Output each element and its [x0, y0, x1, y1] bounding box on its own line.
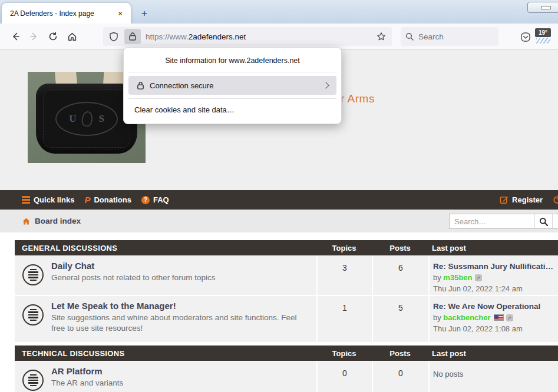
forum-row: Daily Chat General posts not related to … — [15, 256, 558, 295]
forum-icon — [22, 304, 44, 325]
url-domain: 2adefenders.net — [189, 32, 246, 41]
pocket-extension-button[interactable] — [518, 29, 533, 45]
popup-title: Site information for www.2adefenders.net — [124, 48, 341, 72]
divider — [128, 72, 336, 72]
tab-close-icon[interactable]: × — [113, 6, 127, 21]
lock-icon — [128, 32, 137, 41]
us-flag-icon — [494, 314, 504, 321]
power-icon — [553, 195, 558, 204]
site-slogan-partial: r Arms — [341, 92, 375, 105]
back-arrow-icon — [11, 32, 20, 41]
forum-list: GENERAL DISCUSSIONS Topics Posts Last po… — [15, 240, 558, 392]
nav-quick-links[interactable]: Quick links — [22, 195, 74, 204]
topics-count: 0 — [316, 361, 372, 392]
browser-toolbar: https://www.2adefenders.net 19° — [0, 24, 558, 50]
pocket-icon — [520, 32, 531, 42]
new-tab-button[interactable]: + — [137, 6, 152, 21]
last-post-cell: Re: We Are Now Operational by backbenche… — [428, 296, 558, 342]
bookmark-star-button[interactable] — [373, 29, 389, 44]
tab-title: 2A Defenders - Index page — [2, 9, 113, 18]
logo-letter-s: S — [98, 113, 104, 125]
back-button[interactable] — [6, 27, 25, 46]
connection-secure-row[interactable]: Connection secure — [128, 76, 336, 95]
forum-row: Let Me Speak to the Manager! Site sugges… — [15, 296, 558, 342]
tracking-protection-button[interactable] — [105, 29, 122, 44]
window-minimize-button[interactable] — [527, 2, 558, 13]
register-icon — [500, 195, 509, 204]
reload-button[interactable] — [44, 27, 62, 46]
forum-navbar: Quick links P Donations ? FAQ Register L… — [0, 190, 558, 210]
goto-last-post-icon[interactable]: ↗ — [506, 314, 513, 321]
section-header: TECHNICAL DISCUSSIONS Topics Posts Last … — [15, 346, 558, 361]
last-post-link[interactable]: Re: We Are Now Operational — [433, 301, 553, 312]
url-text[interactable]: https://www.2adefenders.net — [146, 32, 373, 41]
logo-eagle-emblem — [81, 110, 94, 127]
logo-letter-u: U — [69, 113, 76, 125]
site-identity-lock-button[interactable] — [124, 29, 141, 44]
clear-cookies-button[interactable]: Clear cookies and site data… — [124, 99, 341, 114]
nav-login[interactable]: Lo — [553, 195, 558, 204]
board-search-button[interactable] — [534, 214, 552, 228]
register-label: Register — [512, 195, 543, 204]
author-link[interactable]: m35ben — [443, 273, 472, 282]
by-label: by — [433, 313, 441, 322]
last-post-byline: by m35ben↗ — [433, 272, 553, 283]
last-post-date: Thu Jun 02, 2022 1:08 am — [433, 323, 553, 334]
forum-link[interactable]: Daily Chat — [51, 261, 215, 271]
section-header: GENERAL DISCUSSIONS Topics Posts Last po… — [15, 240, 558, 255]
forum-description: The AR and variants — [51, 378, 123, 388]
last-post-cell: Re: Sussmann Jury Nullificati… by m35ben… — [428, 256, 558, 295]
forum-name-cell: Daily Chat General posts not related to … — [15, 256, 316, 295]
site-information-popup: Site information for www.2adefenders.net… — [123, 47, 342, 124]
nav-faq[interactable]: ? FAQ — [141, 195, 169, 204]
browser-tab[interactable]: 2A Defenders - Index page × — [2, 3, 131, 24]
last-post-link[interactable]: Re: Sussmann Jury Nullificati… — [433, 261, 553, 272]
search-input[interactable] — [418, 32, 483, 41]
author-link[interactable]: backbencher — [443, 313, 490, 322]
search-icon — [401, 32, 418, 41]
question-icon: ? — [141, 196, 150, 204]
star-icon — [377, 32, 386, 41]
column-header-last-post: Last post — [428, 349, 558, 358]
last-post-cell: No posts — [428, 361, 558, 392]
by-label: by — [433, 273, 441, 282]
home-icon — [67, 32, 77, 42]
forum-link[interactable]: AR Platform — [51, 366, 123, 376]
breadcrumb-bar: Board index — [0, 210, 558, 232]
paypal-icon: P — [84, 195, 90, 205]
forum-link[interactable]: Let Me Speak to the Manager! — [51, 301, 299, 311]
search-icon — [539, 217, 548, 226]
search-bar[interactable] — [401, 27, 498, 46]
breadcrumb-board-index[interactable]: Board index — [22, 210, 81, 232]
column-header-last-post: Last post — [428, 244, 558, 253]
weather-temperature-badge: 19° — [535, 28, 551, 37]
forum-name-cell: AR Platform The AR and variants — [15, 361, 316, 392]
board-search-input[interactable] — [450, 214, 534, 228]
forum-icon — [22, 370, 44, 391]
goto-last-post-icon[interactable]: ↗ — [475, 274, 482, 281]
column-header-posts: Posts — [372, 244, 428, 253]
donations-label: Donations — [94, 195, 131, 204]
forward-button[interactable] — [25, 27, 44, 46]
logo-us-oval: U S — [55, 102, 118, 136]
section-title: TECHNICAL DISCUSSIONS — [15, 349, 316, 358]
url-bar[interactable]: https://www.2adefenders.net — [103, 27, 392, 46]
nav-donations[interactable]: P Donations — [84, 195, 131, 205]
board-search-advanced[interactable] — [552, 214, 558, 228]
topics-count: 3 — [316, 256, 372, 295]
section-title: GENERAL DISCUSSIONS — [15, 244, 316, 253]
forum-section-general: GENERAL DISCUSSIONS Topics Posts Last po… — [15, 240, 558, 342]
posts-count: 5 — [372, 296, 428, 342]
lock-icon — [137, 81, 144, 90]
nav-register[interactable]: Register — [500, 195, 543, 204]
hamburger-icon — [22, 196, 30, 204]
last-post-date: Thu Jun 02, 2022 1:24 am — [433, 283, 553, 294]
weather-extension-button[interactable]: 19° — [535, 28, 552, 45]
logo-cartridge-box: U S — [36, 84, 137, 154]
forward-arrow-icon — [29, 32, 39, 41]
forum-row: AR Platform The AR and variants 0 0 No p… — [15, 361, 558, 392]
minimize-icon — [541, 6, 551, 9]
shield-icon — [109, 32, 118, 42]
navbar-right: Register Lo — [500, 190, 558, 210]
home-button[interactable] — [62, 27, 81, 46]
